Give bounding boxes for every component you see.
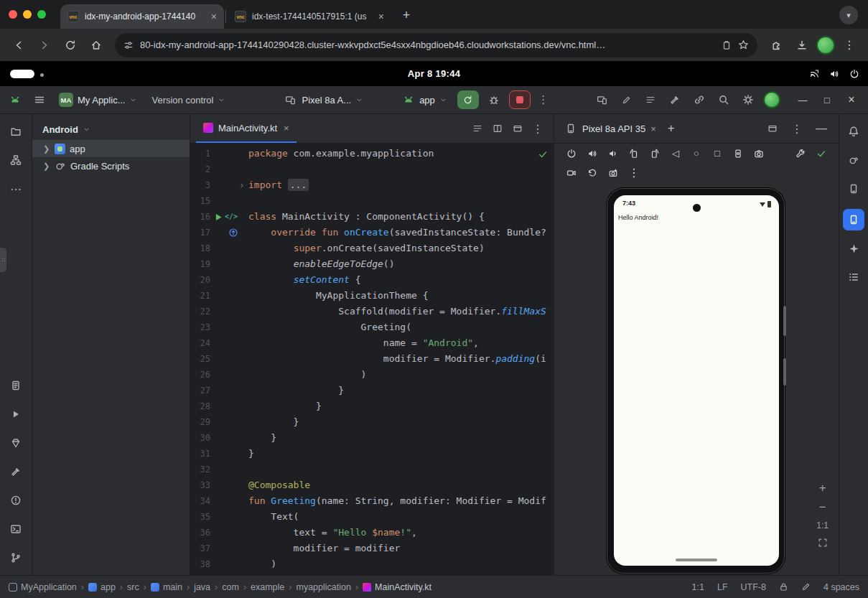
device-selector[interactable]: Pixel 8a A...: [279, 88, 368, 112]
terminal-tool-icon[interactable]: [7, 520, 24, 538]
indent-setting[interactable]: 4 spaces: [823, 582, 859, 592]
url-text[interactable]: 80-idx-my-android-app-1744140290428.clus…: [140, 39, 715, 50]
rerun-button[interactable]: [457, 90, 479, 109]
tree-item-gradle-scripts[interactable]: ❯ Gradle Scripts: [32, 157, 190, 174]
add-device-button[interactable]: +: [668, 121, 675, 136]
android-back-button[interactable]: ◁: [667, 145, 684, 162]
tree-item-app[interactable]: ❯ app: [32, 140, 190, 157]
address-bar[interactable]: 80-idx-my-android-app-1744140290428.clus…: [115, 33, 757, 57]
project-view-selector[interactable]: Android: [32, 118, 190, 140]
zoom-fit-button[interactable]: [818, 538, 828, 548]
code-line[interactable]: 2: [190, 162, 554, 177]
downloads-icon[interactable]: [790, 34, 813, 57]
code-line[interactable]: 37 modifier = modifier: [190, 541, 554, 556]
home-button[interactable]: [85, 34, 108, 57]
code-line[interactable]: 35 Text(: [190, 509, 554, 525]
chevron-right-icon[interactable]: ❯: [43, 162, 50, 171]
code-line[interactable]: 15: [190, 193, 554, 209]
tab-search-button[interactable]: ▾: [839, 6, 858, 24]
snapshot-button[interactable]: [605, 164, 622, 182]
breadcrumb-item[interactable]: app: [88, 582, 116, 592]
code-line[interactable]: 21 MyApplicationTheme {: [190, 288, 554, 304]
code-line[interactable]: 18 super.onCreate(savedInstanceState): [190, 240, 554, 256]
breadcrumb-item[interactable]: MyApplication: [9, 582, 77, 592]
browser-tab[interactable]: vnc idx-test-1744140517915:1 (us ×: [228, 4, 391, 29]
breadcrumb-item[interactable]: main: [151, 582, 182, 592]
fullscreen-window-button[interactable]: [37, 10, 46, 19]
device-settings-icon[interactable]: [792, 145, 809, 162]
fold-marker[interactable]: ›: [241, 180, 248, 190]
screenshot-button[interactable]: [729, 145, 747, 162]
device-manager-icon[interactable]: [845, 180, 862, 197]
new-tab-button[interactable]: +: [396, 4, 417, 26]
run-tool-icon[interactable]: [7, 406, 24, 423]
code-line[interactable]: 26 ): [190, 367, 554, 383]
code-line[interactable]: 1package com.example.myapplication: [190, 146, 554, 162]
device-frame-icon[interactable]: [592, 90, 611, 109]
camera-button[interactable]: [750, 145, 767, 162]
code-line[interactable]: 22 Scaffold(modifier = Modifier.fillMaxS: [190, 304, 554, 319]
breadcrumb-item[interactable]: example: [251, 582, 284, 592]
build-tool-icon[interactable]: [7, 463, 24, 480]
settings-gear-icon[interactable]: [739, 90, 757, 109]
file-encoding[interactable]: UTF-8: [741, 582, 766, 592]
inspections-ok-icon[interactable]: [538, 149, 548, 159]
code-line[interactable]: 19 enableEdgeToEdge(): [190, 256, 554, 272]
breadcrumb-item-current[interactable]: MainActivity.kt: [363, 582, 431, 592]
site-settings-icon[interactable]: [123, 40, 134, 50]
code-line[interactable]: 16</>class MainActivity : ComponentActiv…: [190, 209, 554, 225]
volume-up-button[interactable]: [584, 145, 601, 162]
more-tools-icon[interactable]: ⋯: [7, 180, 24, 197]
code-editor[interactable]: 1package com.example.myapplication23›imp…: [190, 144, 554, 575]
split-editor-icon[interactable]: [487, 119, 508, 138]
structure-tool-icon[interactable]: [7, 151, 24, 169]
run-gutter-icon[interactable]: [215, 213, 223, 221]
version-control-tool-icon[interactable]: [7, 549, 24, 566]
close-tab-icon[interactable]: ×: [378, 11, 384, 22]
code-line[interactable]: 34fun Greeting(name: String, modifier: M…: [190, 493, 554, 509]
readonly-lock-icon[interactable]: [779, 582, 788, 592]
power-button[interactable]: [563, 145, 580, 162]
breadcrumb-item[interactable]: src: [127, 582, 139, 592]
window-mode-icon[interactable]: [762, 119, 783, 138]
panel-resize-handle[interactable]: ∷: [0, 248, 6, 272]
code-line[interactable]: 29 }: [190, 414, 554, 430]
highlighting-icon[interactable]: [801, 582, 811, 592]
minimize-window-button[interactable]: [23, 10, 32, 19]
zoom-in-button[interactable]: +: [819, 482, 826, 494]
code-line[interactable]: 25 modifier = Modifier.padding(i: [190, 351, 554, 367]
android-home-button[interactable]: ○: [688, 145, 705, 162]
code-line[interactable]: 30 }: [190, 430, 554, 446]
project-tool-icon[interactable]: [7, 123, 24, 140]
code-line[interactable]: 38 ): [190, 556, 554, 572]
chevron-right-icon[interactable]: ❯: [43, 144, 50, 154]
gradle-tool-icon[interactable]: [845, 151, 862, 169]
code-line[interactable]: 23 Greeting(: [190, 319, 554, 335]
project-selector[interactable]: MA My Applic...: [55, 90, 141, 110]
ide-minimize-button[interactable]: —: [792, 90, 813, 110]
problems-tool-icon[interactable]: [7, 492, 24, 509]
stop-button[interactable]: [509, 90, 531, 109]
rotate-right-button[interactable]: [646, 145, 663, 162]
debug-button[interactable]: [485, 90, 503, 109]
extensions-icon[interactable]: [765, 34, 788, 57]
search-everywhere-icon[interactable]: [714, 90, 733, 109]
forward-button[interactable]: [33, 34, 56, 57]
compose-gutter-icon[interactable]: </>: [225, 213, 238, 220]
code-line[interactable]: 24 name = "Android",: [190, 335, 554, 351]
zoom-out-button[interactable]: −: [819, 501, 826, 513]
breadcrumb-item[interactable]: myapplication: [296, 582, 350, 592]
more-run-actions-button[interactable]: ⋮: [536, 93, 551, 106]
volume-down-button[interactable]: [605, 145, 622, 162]
browser-tab-active[interactable]: vnc idx-my-android-app-1744140 ×: [60, 4, 224, 29]
override-gutter-icon[interactable]: [229, 228, 238, 237]
reset-button[interactable]: [584, 164, 601, 182]
reload-button[interactable]: [59, 34, 82, 57]
gemini-icon[interactable]: [845, 240, 862, 257]
code-line[interactable]: 3›import ...: [190, 177, 554, 193]
close-tab-icon[interactable]: ×: [284, 123, 289, 134]
close-tab-icon[interactable]: ×: [211, 11, 217, 22]
emulator-screen[interactable]: 7:43 Hello Android!: [614, 195, 779, 566]
open-in-window-icon[interactable]: [508, 119, 528, 138]
close-window-button[interactable]: [9, 10, 17, 19]
